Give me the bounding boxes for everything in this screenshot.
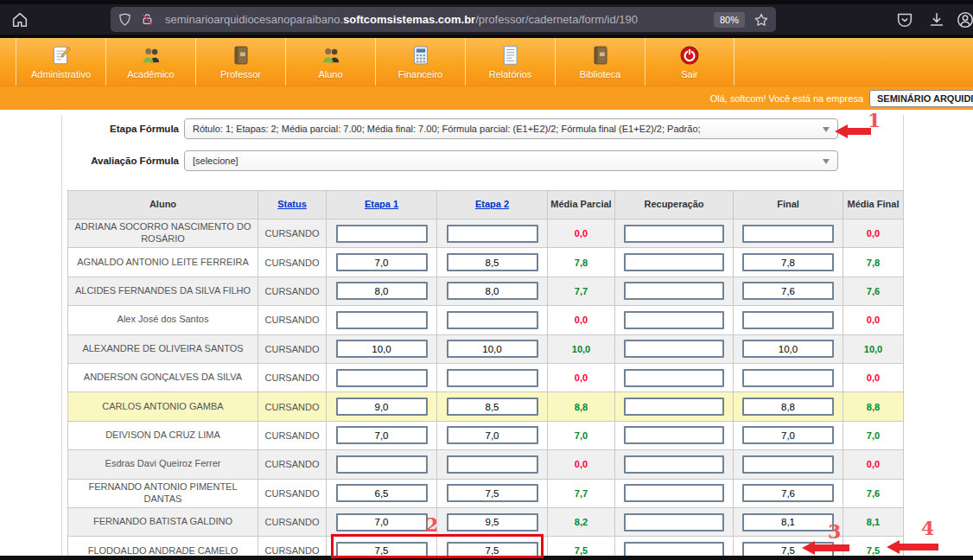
menu-item-relatorios[interactable]: Relatórios xyxy=(465,38,555,86)
final-input[interactable] xyxy=(742,253,834,271)
recuperacao-input[interactable] xyxy=(624,282,724,300)
etapa2-input[interactable] xyxy=(447,253,538,271)
recuperacao-input[interactable] xyxy=(624,484,724,502)
etapa1-input[interactable] xyxy=(336,426,428,444)
column-header-label: Aluno xyxy=(149,199,176,209)
column-header-me-dia-final: Média Final xyxy=(843,191,904,220)
recuperacao-input[interactable] xyxy=(624,398,724,416)
menu-item-biblioteca[interactable]: Biblioteca xyxy=(555,38,645,86)
company-selector[interactable]: SEMINÁRIO ARQUIDIOCES xyxy=(869,90,973,107)
browser-chrome: seminarioarquidiocesanoparaibano.softcom… xyxy=(0,0,973,38)
recuperacao-input[interactable] xyxy=(624,455,724,474)
student-name: ADRIANA SOCORRO NASCIMENTO DO ROSÁRIO xyxy=(68,220,258,248)
etapa1-input[interactable] xyxy=(336,311,428,329)
column-header-label[interactable]: Etapa 2 xyxy=(475,199,509,209)
etapa1-input[interactable] xyxy=(336,253,428,271)
column-header-status[interactable]: Status xyxy=(258,191,327,220)
avaliacao-formula-select[interactable]: [selecione] xyxy=(184,150,838,171)
bookmark-star-icon[interactable] xyxy=(754,12,769,28)
etapa1-input[interactable] xyxy=(336,225,428,243)
etapa2-input[interactable] xyxy=(447,369,538,387)
people-icon xyxy=(320,44,342,67)
shield-icon[interactable] xyxy=(118,12,132,27)
etapa2-input[interactable] xyxy=(447,426,538,444)
screen-bottom-bar xyxy=(0,556,973,560)
url-bar[interactable]: seminarioarquidiocesanoparaibano.softcom… xyxy=(111,7,776,32)
etapa1-input[interactable] xyxy=(336,513,428,531)
pocket-icon[interactable] xyxy=(895,10,914,29)
menu-item-professor[interactable]: Professor xyxy=(195,38,285,86)
etapa2-input[interactable] xyxy=(447,340,538,358)
etapa2-input[interactable] xyxy=(447,225,538,243)
menu-item-sair[interactable]: Sair xyxy=(645,38,735,86)
recuperacao-input[interactable] xyxy=(624,311,724,329)
column-header-label[interactable]: Status xyxy=(277,199,307,209)
student-status: CURSANDO xyxy=(258,392,327,421)
final-input[interactable] xyxy=(742,311,834,329)
etapa2-input[interactable] xyxy=(447,311,538,329)
url-text: seminarioarquidiocesanoparaibano.softcom… xyxy=(165,13,714,26)
etapa1-input[interactable] xyxy=(336,398,428,416)
final-input[interactable] xyxy=(742,513,834,531)
final-input[interactable] xyxy=(742,340,834,358)
menu-item-financeiro[interactable]: Financeiro xyxy=(375,38,465,86)
media-parcial-value: 0,0 xyxy=(548,450,615,479)
student-row: Alex José dos SantosCURSANDO0,00,0 xyxy=(68,306,904,334)
insecure-lock-icon[interactable] xyxy=(140,12,155,27)
column-header-label[interactable]: Etapa 1 xyxy=(365,199,398,209)
recuperacao-input[interactable] xyxy=(624,369,724,387)
student-row: FERNANDO ANTONIO PIMENTEL DANTASCURSANDO… xyxy=(68,479,904,507)
column-header-etapa-1[interactable]: Etapa 1 xyxy=(327,191,437,220)
column-header-final: Final xyxy=(734,191,843,220)
etapa2-input[interactable] xyxy=(447,455,538,474)
zoom-level-badge[interactable]: 80% xyxy=(714,12,745,28)
student-name: AGNALDO ANTONIO LEITE FERREIRA xyxy=(68,248,258,277)
etapa1-input[interactable] xyxy=(336,369,428,387)
media-parcial-value: 0,0 xyxy=(548,363,615,391)
student-name: Esdras Davi Queiroz Ferrer xyxy=(68,450,258,479)
final-input[interactable] xyxy=(742,369,834,387)
student-status: CURSANDO xyxy=(258,421,327,449)
media-parcial-value: 10,0 xyxy=(548,334,615,363)
student-name: ANDERSON GONÇALVES DA SILVA xyxy=(68,363,258,391)
etapa-formula-select[interactable]: Rótulo: 1; Etapas: 2; Média parcial: 7.0… xyxy=(184,118,838,139)
recuperacao-input[interactable] xyxy=(624,340,724,358)
home-icon[interactable] xyxy=(10,10,29,29)
annotation-number-4: 4 xyxy=(921,517,934,539)
media-parcial-value: 0,0 xyxy=(548,306,615,334)
final-input[interactable] xyxy=(742,282,834,300)
column-header-etapa-2[interactable]: Etapa 2 xyxy=(437,191,548,220)
etapa2-input[interactable] xyxy=(447,484,538,502)
book-icon xyxy=(589,44,612,67)
download-icon[interactable] xyxy=(927,10,946,29)
final-input[interactable] xyxy=(742,484,834,502)
column-header-recuperac-a-o: Recuperação xyxy=(615,191,734,220)
menu-item-aluno[interactable]: Aluno xyxy=(285,38,375,86)
recuperacao-input[interactable] xyxy=(624,253,724,271)
column-header-label: Média Parcial xyxy=(550,199,611,209)
media-final-value: 7,6 xyxy=(843,277,904,305)
menu-item-administrativo[interactable]: Administrativo xyxy=(16,38,105,86)
account-icon[interactable] xyxy=(956,10,973,29)
final-input[interactable] xyxy=(742,225,834,243)
etapa1-input[interactable] xyxy=(336,282,428,300)
recuperacao-input[interactable] xyxy=(624,426,724,444)
recuperacao-input[interactable] xyxy=(624,225,724,243)
media-final-value: 8,8 xyxy=(843,392,904,421)
final-input[interactable] xyxy=(742,426,834,444)
etapa1-input[interactable] xyxy=(336,484,428,502)
etapa2-input[interactable] xyxy=(447,398,538,416)
etapa2-input[interactable] xyxy=(447,513,538,531)
media-final-value: 7,8 xyxy=(843,248,904,277)
media-final-value: 0,0 xyxy=(843,363,904,391)
etapa1-input[interactable] xyxy=(336,340,428,358)
menu-item-academico[interactable]: Acadêmico xyxy=(105,38,195,86)
final-input[interactable] xyxy=(742,398,834,416)
media-final-value: 7,0 xyxy=(843,421,904,449)
final-input[interactable] xyxy=(742,455,834,474)
student-name: DEIVISON DA CRUZ LIMA xyxy=(68,421,258,449)
etapa2-input[interactable] xyxy=(447,282,538,300)
etapa1-input[interactable] xyxy=(336,455,428,474)
recuperacao-input[interactable] xyxy=(624,513,724,531)
etapa-formula-label: Etapa Fórmula xyxy=(0,124,179,134)
